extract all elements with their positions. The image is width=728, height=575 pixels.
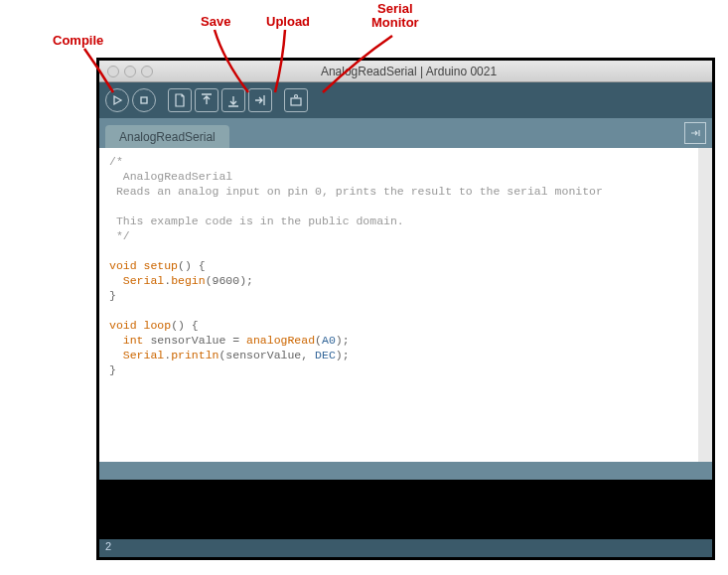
open-button[interactable] [195, 88, 218, 112]
zoom-icon[interactable] [141, 66, 153, 77]
code-editor[interactable]: /* AnalogReadSerial Reads an analog inpu… [99, 148, 712, 462]
upload-button[interactable] [248, 88, 272, 112]
svg-rect-1 [291, 98, 301, 105]
compile-button[interactable] [105, 88, 129, 112]
save-button[interactable] [221, 88, 245, 112]
stop-button[interactable] [132, 88, 156, 112]
serial-monitor-button[interactable] [284, 88, 308, 112]
message-area [99, 462, 712, 480]
line-number: 2 [105, 540, 111, 552]
svg-point-2 [295, 95, 298, 98]
annotation-upload: Upload [266, 14, 310, 29]
tab-menu-button[interactable] [684, 122, 706, 144]
tab-analogreadserial[interactable]: AnalogReadSerial [105, 125, 229, 148]
console-output [99, 480, 712, 539]
annotation-compile: Compile [53, 33, 103, 48]
close-icon[interactable] [107, 66, 119, 77]
window-controls [107, 66, 153, 77]
annotation-serial-monitor: Serial Monitor [371, 2, 419, 30]
titlebar[interactable]: AnalogReadSerial | Arduino 0021 [99, 61, 712, 82]
toolbar [99, 82, 712, 118]
svg-rect-0 [141, 97, 147, 103]
annotation-save: Save [201, 14, 230, 29]
window-title: AnalogReadSerial | Arduino 0021 [163, 65, 655, 78]
new-button[interactable] [168, 88, 192, 112]
minimize-icon[interactable] [124, 66, 136, 77]
tab-bar: AnalogReadSerial [99, 118, 712, 148]
status-bar: 2 [99, 539, 712, 557]
ide-window: AnalogReadSerial | Arduino 0021 AnalogRe… [96, 58, 715, 560]
